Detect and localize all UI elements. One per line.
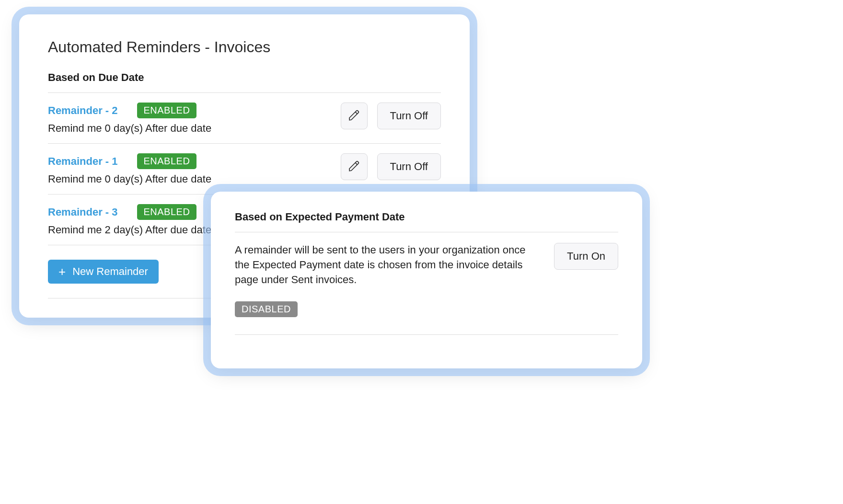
reminder-header: Remainder - 1 ENABLED bbox=[48, 153, 341, 169]
status-badge: ENABLED bbox=[137, 204, 197, 220]
expected-payment-row: A remainder will be sent to the users in… bbox=[235, 232, 618, 298]
edit-button[interactable] bbox=[341, 153, 368, 180]
plus-icon: + bbox=[58, 265, 66, 278]
reminder-row: Remainder - 1 ENABLED Remind me 0 day(s)… bbox=[48, 144, 441, 195]
new-reminder-button[interactable]: + New Remainder bbox=[48, 260, 159, 284]
reminder-description: Remind me 0 day(s) After due date bbox=[48, 173, 341, 185]
toggle-on-button[interactable]: Turn On bbox=[554, 243, 618, 270]
reminder-info: Remainder - 1 ENABLED Remind me 0 day(s)… bbox=[48, 153, 341, 185]
reminder-description: Remind me 0 day(s) After due date bbox=[48, 122, 341, 135]
new-reminder-label: New Remainder bbox=[72, 265, 148, 278]
page-title: Automated Reminders - Invoices bbox=[48, 38, 441, 56]
divider bbox=[235, 334, 618, 335]
expected-payment-card: Based on Expected Payment Date A remaind… bbox=[211, 192, 642, 368]
reminder-name-link[interactable]: Remainder - 1 bbox=[48, 155, 118, 168]
pencil-icon bbox=[348, 160, 360, 174]
expected-payment-section-title: Based on Expected Payment Date bbox=[235, 211, 618, 223]
reminder-row: Remainder - 2 ENABLED Remind me 0 day(s)… bbox=[48, 93, 441, 144]
reminder-header: Remainder - 2 ENABLED bbox=[48, 103, 341, 118]
status-badge: ENABLED bbox=[137, 153, 197, 169]
toggle-off-button[interactable]: Turn Off bbox=[377, 153, 441, 180]
toggle-off-button[interactable]: Turn Off bbox=[377, 103, 441, 129]
pencil-icon bbox=[348, 109, 360, 123]
status-badge: ENABLED bbox=[137, 103, 197, 118]
edit-button[interactable] bbox=[341, 103, 368, 129]
reminder-actions: Turn Off bbox=[341, 153, 441, 180]
due-date-section-title: Based on Due Date bbox=[48, 71, 441, 84]
reminder-name-link[interactable]: Remainder - 2 bbox=[48, 104, 118, 117]
status-badge: DISABLED bbox=[235, 301, 298, 317]
expected-payment-description: A remainder will be sent to the users in… bbox=[235, 243, 540, 287]
reminder-name-link[interactable]: Remainder - 3 bbox=[48, 206, 118, 218]
reminder-info: Remainder - 2 ENABLED Remind me 0 day(s)… bbox=[48, 103, 341, 135]
reminder-actions: Turn Off bbox=[341, 103, 441, 129]
